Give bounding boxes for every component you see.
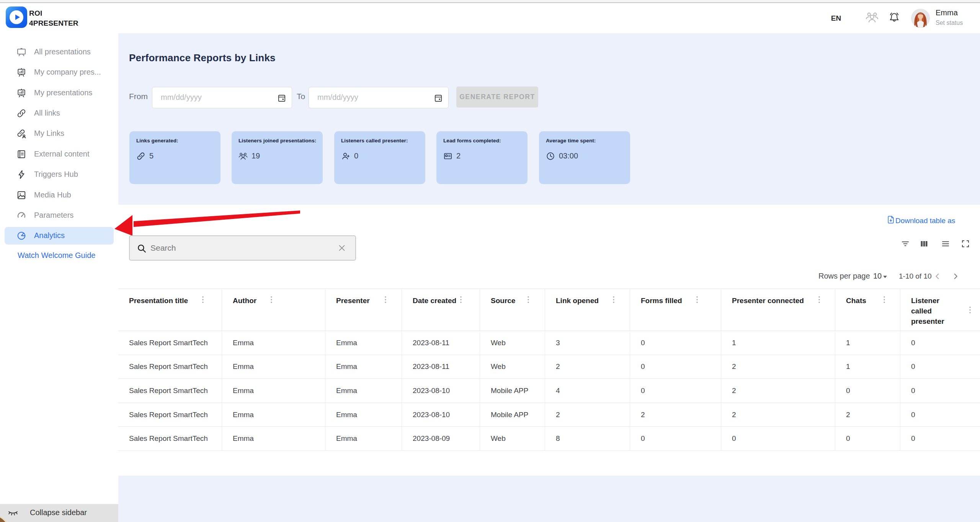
brand-line1: ROI [29,8,78,18]
column-header-link-opened[interactable]: Link opened [545,289,630,331]
lead-form-icon [443,152,452,161]
annotation-arrow [111,207,302,239]
table-cell: 0 [630,379,721,403]
column-menu-icon[interactable] [884,296,885,303]
column-menu-icon[interactable] [818,296,820,303]
table-cell-text: 2023-08-11 [413,339,449,347]
table-row[interactable]: Sales Report SmartTech Emma Emma 2023-08… [118,331,980,355]
column-menu-icon[interactable] [385,296,386,303]
column-header-label: Forms filled [641,295,682,306]
table-row[interactable]: Sales Report SmartTech Emma Emma 2023-08… [118,355,980,379]
calendar-icon[interactable] [434,93,443,103]
column-header-presenter-connected[interactable]: Presenter connected [721,289,835,331]
brand-logo[interactable] [6,7,27,28]
column-menu-icon[interactable] [613,296,614,303]
people-icon [238,152,248,161]
person-plus-icon [341,152,350,161]
from-date-placeholder: mm/dd/yyyy [161,93,202,102]
to-date-input[interactable]: mm/dd/yyyy [309,87,449,108]
set-status-link[interactable]: Set status [936,20,963,26]
collapse-sidebar-button[interactable]: Collapse sidebar [0,504,118,522]
column-menu-icon[interactable] [271,296,272,303]
column-header-forms-filled[interactable]: Forms filled [630,289,721,331]
sidebar-item-my-links[interactable]: My Links [5,125,114,142]
sidebar-item-my-company-presentations[interactable]: My company pres... [5,64,114,81]
density-icon[interactable] [941,239,950,248]
sidebar-item-label: My presentations [34,88,92,97]
columns-icon[interactable] [920,239,929,248]
notifications-bell-icon[interactable] [889,11,900,23]
column-header-chats[interactable]: Chats [835,289,900,331]
table-cell-text: 2 [556,362,560,371]
clear-search-icon[interactable] [338,244,346,252]
table-cell-text: 2 [732,411,736,419]
column-header-label: Source [491,295,515,306]
column-header-date-created[interactable]: Date created [402,289,480,331]
sidebar-item-my-presentations[interactable]: My presentations [5,84,114,102]
sidebar-item-media-hub[interactable]: Media Hub [5,186,114,204]
sidebar-item-all-presentations[interactable]: All presentations [5,43,114,61]
stat-card-average-time: Average time spent: 03:00 [539,131,630,184]
table-cell: 0 [900,403,980,427]
column-menu-icon[interactable] [202,296,204,303]
performance-report-panel: Performance Reports by Links From mm/dd/… [118,33,980,205]
table-cell-text: 0 [911,411,915,419]
column-menu-icon[interactable] [460,296,462,303]
user-name[interactable]: Emma [936,8,958,17]
sidebar-item-analytics[interactable]: Analytics [5,227,114,245]
table-cell: 4 [545,379,630,403]
fullscreen-icon[interactable] [961,239,970,248]
table-row[interactable]: Sales Report SmartTech Emma Emma 2023-08… [118,427,980,451]
sidebar-item-label: My company pres... [34,68,101,77]
previous-page-icon[interactable] [933,272,942,281]
sidebar-item-all-links[interactable]: All links [5,104,114,122]
column-header-author[interactable]: Author [222,289,325,331]
sidebar-item-triggers-hub[interactable]: Triggers Hub [5,166,114,183]
table-cell-text: Sales Report SmartTech [129,387,208,395]
table-cell-text: 8 [556,434,560,443]
column-menu-icon[interactable] [969,307,971,313]
collapse-sidebar-label: Collapse sidebar [30,508,87,517]
column-header-presentation-title[interactable]: Presentation title [118,289,222,331]
sidebar-item-label: Parameters [34,211,74,220]
calendar-icon[interactable] [277,93,286,103]
filter-icon[interactable] [901,239,910,248]
table-cell-text: 1 [846,339,850,347]
table-cell: Sales Report SmartTech [118,331,222,355]
table-cell: Sales Report SmartTech [118,379,222,403]
column-header-source[interactable]: Source [480,289,545,331]
table-cell: 2 [721,403,835,427]
from-date-input[interactable]: mm/dd/yyyy [152,87,292,108]
table-cell: Emma [325,331,402,355]
table-cell: Mobile APP [480,379,545,403]
table-cell: 3 [545,331,630,355]
table-cell-text: Sales Report SmartTech [129,339,208,347]
watch-welcome-guide-link[interactable]: Watch Welcome Guide [18,251,95,260]
pagination-range: 1-10 of 10 [899,272,932,281]
table-cell: 1 [721,331,835,355]
table-row[interactable]: Sales Report SmartTech Emma Emma 2023-08… [118,379,980,403]
search-input[interactable] [150,236,330,260]
next-page-icon[interactable] [951,272,960,281]
table-cell-text: Emma [233,339,254,347]
table-cell: 0 [900,379,980,403]
sidebar-item-label: All presentations [34,47,91,56]
team-icon[interactable] [866,11,879,23]
table-cell: Emma [325,355,402,379]
column-header-listener-called-presenter[interactable]: Listener called presenter [900,289,980,331]
table-cell-text: Emma [233,362,254,371]
rows-per-page-select[interactable]: 10 [873,272,882,281]
table-cell-text: 0 [911,362,915,371]
sidebar-item-parameters[interactable]: Parameters [5,207,114,224]
generate-report-button[interactable]: GENERATE REPORT [456,86,538,108]
corner-widget[interactable] [0,514,15,522]
language-selector[interactable]: EN [828,14,844,23]
caret-down-icon[interactable] [882,274,888,279]
table-row[interactable]: Sales Report SmartTech Emma Emma 2023-08… [118,403,980,427]
column-menu-icon[interactable] [528,296,529,303]
avatar[interactable] [911,9,930,28]
sidebar-item-external-content[interactable]: External content [5,145,114,163]
table-cell-text: 0 [911,434,915,443]
column-header-presenter[interactable]: Presenter [325,289,402,331]
column-menu-icon[interactable] [696,296,698,303]
